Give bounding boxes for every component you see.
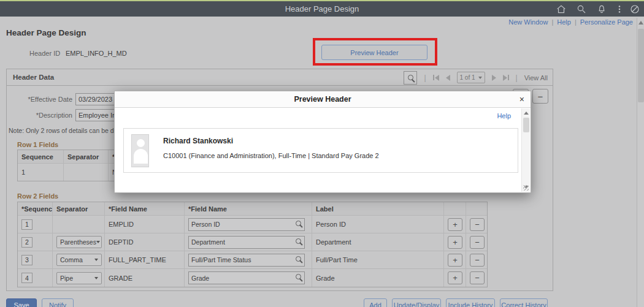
delete-row-button[interactable]: −: [470, 236, 485, 249]
column-header-separator: Separator: [53, 202, 105, 216]
navbar-icon[interactable]: [629, 4, 640, 15]
modal-help-link[interactable]: Help: [497, 112, 511, 119]
delete-row-button[interactable]: −: [470, 254, 485, 267]
field-name-input[interactable]: [188, 236, 305, 249]
first-page-button[interactable]: [433, 75, 439, 81]
column-header-label: Label: [312, 202, 444, 216]
table-row-cell: 2: [18, 233, 53, 251]
personalize-page-link[interactable]: Personalize Page: [580, 18, 633, 26]
delete-cell: −: [466, 216, 487, 233]
lookup-search-icon[interactable]: [296, 274, 301, 279]
lookup-search-icon[interactable]: [296, 221, 301, 226]
separator-cell: [53, 216, 105, 233]
scrollbar-thumb[interactable]: [638, 29, 644, 102]
sequence-field[interactable]: 4: [21, 273, 33, 283]
notify-button[interactable]: Notify: [42, 298, 74, 307]
delete-row-button[interactable]: −: [532, 89, 548, 104]
field-name-text: GRADE: [105, 269, 185, 287]
last-icon: [503, 75, 507, 81]
separator-select[interactable]: Parentheses: [56, 236, 102, 248]
utility-links: New Window|Help|Personalize Page: [508, 18, 633, 26]
sequence-field[interactable]: 2: [21, 237, 33, 248]
delete-cell: −: [466, 251, 487, 269]
row2-fields-table: *Sequence Separator *Field Name *Field N…: [17, 202, 488, 287]
field-name-lookup: [188, 218, 305, 231]
separator-select[interactable]: Pipe: [56, 272, 102, 284]
column-header-field-name: *Field Name: [105, 202, 185, 216]
scroll-up-icon[interactable]: [638, 21, 643, 25]
chevron-down-icon: [96, 241, 100, 243]
update-display-button[interactable]: Update/Display: [392, 298, 441, 307]
row2-fields-title: Row 2 Fields: [17, 192, 58, 200]
home-icon[interactable]: [556, 4, 567, 15]
add-cell: +: [444, 251, 466, 269]
last-page-button[interactable]: [503, 75, 509, 81]
employee-details: C10001 (Finance and Administration), Ful…: [163, 152, 379, 159]
lookup-cell: [185, 216, 312, 233]
previous-page-button[interactable]: [446, 75, 450, 81]
lookup-search-icon[interactable]: [296, 238, 301, 244]
page-scrollbar[interactable]: [637, 18, 644, 307]
window-title: Header Page Design: [0, 4, 644, 13]
field-name-input[interactable]: [188, 271, 305, 284]
lookup-cell: [185, 269, 312, 287]
column-header-sequence: Sequence: [18, 150, 64, 164]
sequence-field[interactable]: 3: [21, 255, 33, 265]
close-icon[interactable]: ×: [519, 94, 524, 104]
add-row-button[interactable]: +: [448, 236, 462, 249]
add-button[interactable]: Add: [364, 298, 387, 307]
pagination-bar: | 1 of 1 | View All: [404, 69, 548, 86]
column-header-separator: Separator: [64, 150, 109, 164]
row1-sequence-cell: 1: [18, 164, 64, 181]
scrollbar-thumb[interactable]: [523, 118, 529, 132]
correct-history-button[interactable]: Correct History: [500, 298, 548, 307]
field-name-lookup: [188, 271, 305, 284]
next-page-button[interactable]: [492, 75, 496, 81]
employee-name: Richard Stankowski: [163, 137, 233, 145]
separator-cell: Pipe: [53, 269, 105, 287]
delete-cell: −: [466, 233, 487, 251]
delete-row-button[interactable]: −: [470, 271, 485, 284]
header-data-title: Header Data: [13, 74, 54, 81]
resize-grip-icon[interactable]: [523, 185, 529, 191]
chevron-down-icon: [94, 277, 98, 279]
delete-row-button[interactable]: −: [470, 218, 485, 231]
notifications-icon[interactable]: [596, 4, 607, 15]
separator-select[interactable]: Comma: [56, 254, 102, 266]
find-button[interactable]: [404, 71, 417, 85]
page-position-select[interactable]: 1 of 1: [457, 72, 485, 83]
save-button[interactable]: Save: [6, 298, 37, 307]
include-history-button[interactable]: Include History: [446, 298, 495, 307]
modal-titlebar[interactable]: Preview Header ×: [115, 91, 531, 108]
delete-cell: −: [466, 269, 487, 287]
add-row-button[interactable]: +: [448, 254, 462, 267]
more-actions-icon[interactable]: [614, 4, 625, 15]
column-header-sequence: *Sequence: [18, 202, 53, 216]
preview-header-button[interactable]: Preview Header: [321, 45, 427, 60]
table-row-cell: 3: [18, 251, 53, 269]
modal-scrollbar[interactable]: [521, 108, 530, 192]
help-link[interactable]: Help: [557, 18, 571, 26]
label-text: Department: [312, 233, 444, 251]
next-icon: [492, 75, 496, 81]
label-text: Full/Part Time: [312, 251, 444, 269]
separator-cell: Comma: [53, 251, 105, 269]
field-name-input[interactable]: [188, 254, 305, 267]
view-all-link[interactable]: View All: [524, 74, 548, 81]
avatar: [131, 134, 149, 167]
effective-date-label: *Effective Date: [11, 96, 72, 103]
page-position-value: 1 of 1: [460, 74, 475, 81]
link-separator: |: [575, 18, 577, 26]
add-row-button[interactable]: +: [448, 218, 462, 231]
modal-title: Preview Header: [115, 95, 531, 104]
scroll-up-icon[interactable]: [524, 112, 529, 115]
new-window-link[interactable]: New Window: [508, 18, 548, 26]
search-icon: [408, 75, 413, 80]
sequence-field[interactable]: 1: [21, 219, 33, 230]
search-icon[interactable]: [576, 4, 587, 15]
add-row-button[interactable]: +: [448, 271, 462, 284]
field-name-input[interactable]: [188, 218, 305, 231]
preview-header-modal: Preview Header × Help Richard Stankowski…: [114, 91, 531, 193]
lookup-search-icon[interactable]: [296, 256, 301, 262]
header-id-value: EMPL_INFO_H_MD: [66, 50, 127, 57]
